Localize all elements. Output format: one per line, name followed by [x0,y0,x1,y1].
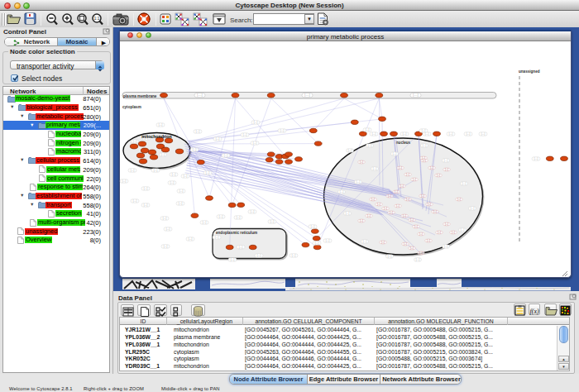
svg-text:[....]: [....] [215,236,219,239]
svg-text:[....]: [....] [131,169,135,172]
svg-text:[....]: [....] [154,169,158,172]
svg-text:[...]: [...] [377,203,380,206]
svg-text:[....]: [....] [133,140,137,143]
svg-text:[...]: [...] [419,251,423,255]
svg-text:[...]: [...] [414,225,418,228]
svg-text:[..-..]: [..-..] [197,93,202,97]
svg-text:[....]: [....] [253,141,257,145]
svg-text:[....]: [....] [444,245,448,248]
svg-text:[...]: [...] [404,242,407,246]
svg-text:[....]: [....] [231,258,235,261]
svg-text:[....]: [....] [133,199,137,203]
svg-text:[....]: [....] [224,154,228,157]
svg-text:f(x): f(x) [530,308,539,315]
svg-text:[....]: [....] [243,133,247,136]
svg-text:[...]: [...] [413,178,416,181]
svg-text:[....]: [....] [425,132,429,136]
svg-text:[....]: [....] [534,157,538,160]
svg-text:[....]: [....] [164,245,168,248]
svg-text:[...]: [...] [457,198,461,201]
svg-text:[...]: [...] [422,156,425,160]
svg-text:[....]: [....] [471,207,475,210]
svg-text:[....]: [....] [388,255,392,258]
svg-text:[....]: [....] [189,237,193,241]
svg-text:plasma membrane: plasma membrane [123,94,157,98]
svg-text:[...]: [...] [396,204,400,208]
svg-text:[....]: [....] [423,144,427,147]
svg-text:[...]: [...] [410,246,414,250]
svg-text:[....]: [....] [270,220,275,223]
svg-text:[....]: [....] [179,202,183,205]
svg-text:[...]: [...] [395,190,398,194]
svg-text:[....]: [....] [340,190,344,194]
svg-text:[....]: [....] [172,173,176,176]
svg-text:[....]: [....] [373,167,377,170]
svg-text:[....]: [....] [144,203,148,207]
svg-text:[...]: [...] [452,231,455,234]
svg-text:[...]: [...] [388,194,391,198]
svg-text:[....]: [....] [363,240,367,243]
svg-text:[....]: [....] [196,130,200,133]
svg-text:[...]: [...] [403,214,406,218]
svg-text:[....]: [....] [257,254,261,257]
svg-text:[....]: [....] [315,241,319,245]
svg-text:[....]: [....] [159,123,163,127]
svg-text:[...]: [...] [390,211,393,214]
svg-text:[....]: [....] [467,132,471,136]
svg-text:[....]: [....] [481,132,486,136]
svg-text:1:1: 1:1 [94,16,100,21]
svg-text:[....]: [....] [444,159,448,162]
svg-text:[...]: [...] [406,173,409,176]
svg-text:[....]: [....] [368,144,372,147]
svg-text:[....]: [....] [393,152,397,155]
svg-text:[....]: [....] [462,182,467,185]
svg-text:[...]: [...] [445,168,448,171]
svg-text:[....]: [....] [219,215,223,218]
svg-text:[...]: [...] [437,174,440,177]
svg-text:[....]: [....] [251,210,255,213]
svg-text:[...]: [...] [360,219,363,222]
svg-text:[....]: [....] [366,128,370,131]
svg-text:[....]: [....] [203,221,207,224]
svg-text:[..-..]: [..-..] [413,93,418,97]
svg-text:[....]: [....] [239,246,243,249]
svg-text:[....]: [....] [166,227,170,231]
svg-text:[....]: [....] [292,254,296,257]
svg-text:[....]: [....] [206,171,210,174]
svg-text:[....]: [....] [356,180,361,184]
svg-text:[....]: [....] [403,132,407,136]
svg-text:[....]: [....] [163,217,167,220]
svg-text:[....]: [....] [372,132,376,136]
svg-text:[....]: [....] [280,129,285,132]
svg-text:unassigned: unassigned [519,69,540,74]
svg-text:[...]: [...] [400,184,404,188]
svg-text:[...]: [...] [399,166,402,170]
svg-text:[....]: [....] [193,148,197,151]
svg-text:[....]: [....] [144,187,148,190]
svg-text:[...]: [...] [433,210,437,213]
svg-text:[...]: [...] [419,232,423,236]
svg-text:endoplasmic reticulum: endoplasmic reticulum [216,231,257,235]
svg-text:[...]: [...] [427,239,430,242]
svg-text:[....]: [....] [122,179,127,183]
svg-text:[...]: [...] [371,198,375,201]
svg-text:[....]: [....] [161,153,165,156]
svg-text:[...]: [...] [428,203,431,206]
svg-text:mitochondrion: mitochondrion [141,134,171,139]
svg-text:[...]: [...] [381,241,385,244]
svg-text:[....]: [....] [184,174,188,178]
svg-text:[....]: [....] [449,132,453,136]
svg-text:[...]: [...] [410,218,414,222]
svg-text:[....]: [....] [237,216,241,219]
svg-text:[...]: [...] [430,166,433,170]
svg-text:[....]: [....] [254,121,258,124]
svg-text:[....]: [....] [311,225,315,228]
svg-text:[....]: [....] [216,137,220,141]
svg-text:[...]: [...] [367,214,371,218]
svg-text:cytoplasm: cytoplasm [122,105,141,109]
svg-text:[....]: [....] [422,129,426,132]
svg-text:[....]: [....] [461,228,465,232]
svg-text:[...]: [...] [360,160,363,164]
svg-text:[....]: [....] [348,149,352,152]
svg-text:[...]: [...] [406,198,409,201]
